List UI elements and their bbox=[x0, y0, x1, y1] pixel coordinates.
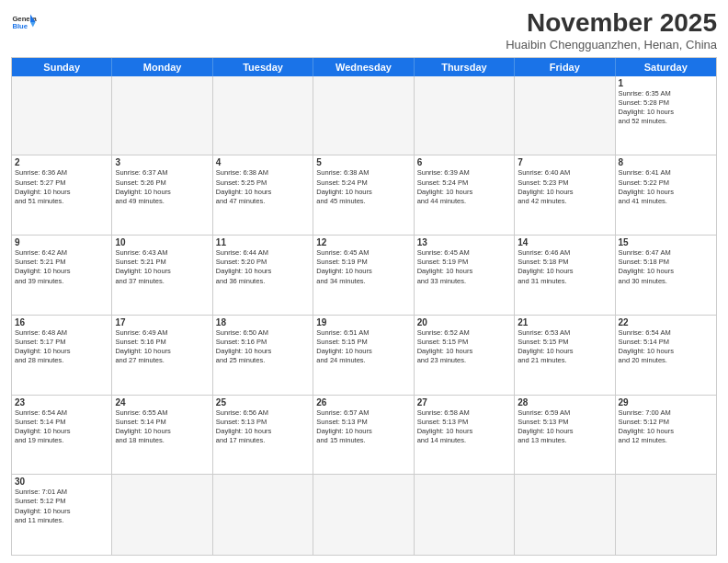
calendar-cell bbox=[313, 475, 414, 555]
calendar-cell: 28Sunrise: 6:59 AM Sunset: 5:13 PM Dayli… bbox=[515, 396, 615, 476]
calendar-cell bbox=[213, 76, 313, 156]
calendar-cell: 30Sunrise: 7:01 AM Sunset: 5:12 PM Dayli… bbox=[12, 475, 112, 555]
calendar-cell: 12Sunrise: 6:45 AM Sunset: 5:19 PM Dayli… bbox=[313, 236, 414, 316]
day-info: Sunrise: 7:00 AM Sunset: 5:12 PM Dayligh… bbox=[619, 408, 713, 446]
day-info: Sunrise: 6:37 AM Sunset: 5:26 PM Dayligh… bbox=[115, 168, 209, 206]
day-number: 26 bbox=[316, 397, 410, 408]
day-info: Sunrise: 6:54 AM Sunset: 5:14 PM Dayligh… bbox=[15, 408, 108, 446]
day-number: 29 bbox=[619, 397, 713, 408]
day-number: 6 bbox=[417, 157, 511, 167]
day-info: Sunrise: 6:53 AM Sunset: 5:15 PM Dayligh… bbox=[518, 328, 611, 366]
calendar-cell: 1Sunrise: 6:35 AM Sunset: 5:28 PM Daylig… bbox=[616, 76, 716, 156]
day-info: Sunrise: 6:36 AM Sunset: 5:27 PM Dayligh… bbox=[15, 168, 108, 206]
day-number: 28 bbox=[518, 397, 611, 408]
calendar-cell: 25Sunrise: 6:56 AM Sunset: 5:13 PM Dayli… bbox=[213, 396, 313, 476]
calendar-cell: 4Sunrise: 6:38 AM Sunset: 5:25 PM Daylig… bbox=[213, 155, 313, 236]
location: Huaibin Chengguanzhen, Henan, China bbox=[506, 38, 717, 52]
day-info: Sunrise: 6:50 AM Sunset: 5:16 PM Dayligh… bbox=[216, 328, 310, 366]
calendar-cell: 29Sunrise: 7:00 AM Sunset: 5:12 PM Dayli… bbox=[616, 396, 716, 476]
calendar-cell: 27Sunrise: 6:58 AM Sunset: 5:13 PM Dayli… bbox=[415, 396, 515, 476]
svg-text:Blue: Blue bbox=[12, 22, 28, 30]
calendar-cell bbox=[515, 76, 615, 156]
day-number: 4 bbox=[216, 157, 310, 167]
header: General Blue November 2025 Huaibin Cheng… bbox=[11, 9, 717, 52]
calendar-header: SundayMondayTuesdayWednesdayThursdayFrid… bbox=[12, 58, 716, 76]
calendar-cell: 6Sunrise: 6:39 AM Sunset: 5:24 PM Daylig… bbox=[415, 155, 515, 236]
day-info: Sunrise: 6:38 AM Sunset: 5:25 PM Dayligh… bbox=[216, 168, 310, 206]
day-of-week-header: Friday bbox=[515, 58, 615, 76]
calendar: SundayMondayTuesdayWednesdayThursdayFrid… bbox=[11, 57, 717, 556]
calendar-cell: 24Sunrise: 6:55 AM Sunset: 5:14 PM Dayli… bbox=[112, 396, 212, 476]
day-info: Sunrise: 6:43 AM Sunset: 5:21 PM Dayligh… bbox=[115, 248, 209, 286]
svg-marker-3 bbox=[30, 22, 36, 28]
day-number: 24 bbox=[115, 397, 209, 408]
day-number: 16 bbox=[15, 317, 108, 327]
day-number: 22 bbox=[619, 317, 713, 327]
calendar-cell bbox=[213, 475, 313, 555]
day-info: Sunrise: 6:45 AM Sunset: 5:19 PM Dayligh… bbox=[417, 248, 511, 286]
calendar-cell: 22Sunrise: 6:54 AM Sunset: 5:14 PM Dayli… bbox=[616, 316, 716, 396]
day-of-week-header: Saturday bbox=[616, 58, 716, 76]
title-area: November 2025 Huaibin Chengguanzhen, Hen… bbox=[506, 9, 717, 52]
day-number: 5 bbox=[316, 157, 410, 167]
day-of-week-header: Monday bbox=[112, 58, 212, 76]
page: General Blue November 2025 Huaibin Cheng… bbox=[0, 0, 728, 563]
day-info: Sunrise: 6:47 AM Sunset: 5:18 PM Dayligh… bbox=[619, 248, 713, 286]
day-number: 15 bbox=[619, 237, 713, 247]
day-info: Sunrise: 6:58 AM Sunset: 5:13 PM Dayligh… bbox=[417, 408, 511, 446]
day-info: Sunrise: 6:56 AM Sunset: 5:13 PM Dayligh… bbox=[216, 408, 310, 446]
calendar-cell bbox=[415, 76, 515, 156]
day-of-week-header: Wednesday bbox=[313, 58, 414, 76]
day-info: Sunrise: 6:38 AM Sunset: 5:24 PM Dayligh… bbox=[316, 168, 410, 206]
calendar-cell bbox=[515, 475, 615, 555]
calendar-cell bbox=[112, 475, 212, 555]
day-number: 8 bbox=[619, 157, 713, 167]
calendar-cell: 10Sunrise: 6:43 AM Sunset: 5:21 PM Dayli… bbox=[112, 236, 212, 316]
day-of-week-header: Thursday bbox=[415, 58, 515, 76]
day-number: 19 bbox=[316, 317, 410, 327]
calendar-cell: 26Sunrise: 6:57 AM Sunset: 5:13 PM Dayli… bbox=[313, 396, 414, 476]
day-info: Sunrise: 6:45 AM Sunset: 5:19 PM Dayligh… bbox=[316, 248, 410, 286]
calendar-cell: 5Sunrise: 6:38 AM Sunset: 5:24 PM Daylig… bbox=[313, 155, 414, 236]
day-info: Sunrise: 6:39 AM Sunset: 5:24 PM Dayligh… bbox=[417, 168, 511, 206]
day-number: 12 bbox=[316, 237, 410, 247]
calendar-cell bbox=[415, 475, 515, 555]
day-number: 7 bbox=[518, 157, 611, 167]
day-info: Sunrise: 6:59 AM Sunset: 5:13 PM Dayligh… bbox=[518, 408, 611, 446]
month-title: November 2025 bbox=[506, 9, 717, 38]
calendar-cell: 21Sunrise: 6:53 AM Sunset: 5:15 PM Dayli… bbox=[515, 316, 615, 396]
day-info: Sunrise: 6:35 AM Sunset: 5:28 PM Dayligh… bbox=[619, 89, 713, 127]
day-number: 27 bbox=[417, 397, 511, 408]
calendar-cell: 23Sunrise: 6:54 AM Sunset: 5:14 PM Dayli… bbox=[12, 396, 112, 476]
day-number: 11 bbox=[216, 237, 310, 247]
calendar-cell: 19Sunrise: 6:51 AM Sunset: 5:15 PM Dayli… bbox=[313, 316, 414, 396]
day-number: 2 bbox=[15, 157, 108, 167]
calendar-cell: 16Sunrise: 6:48 AM Sunset: 5:17 PM Dayli… bbox=[12, 316, 112, 396]
day-number: 21 bbox=[518, 317, 611, 327]
calendar-cell: 17Sunrise: 6:49 AM Sunset: 5:16 PM Dayli… bbox=[112, 316, 212, 396]
calendar-cell: 11Sunrise: 6:44 AM Sunset: 5:20 PM Dayli… bbox=[213, 236, 313, 316]
calendar-cell bbox=[313, 76, 414, 156]
day-info: Sunrise: 6:46 AM Sunset: 5:18 PM Dayligh… bbox=[518, 248, 611, 286]
calendar-cell: 3Sunrise: 6:37 AM Sunset: 5:26 PM Daylig… bbox=[112, 155, 212, 236]
day-number: 13 bbox=[417, 237, 511, 247]
day-info: Sunrise: 6:57 AM Sunset: 5:13 PM Dayligh… bbox=[316, 408, 410, 446]
day-number: 18 bbox=[216, 317, 310, 327]
day-number: 20 bbox=[417, 317, 511, 327]
day-number: 17 bbox=[115, 317, 209, 327]
day-number: 10 bbox=[115, 237, 209, 247]
day-info: Sunrise: 6:51 AM Sunset: 5:15 PM Dayligh… bbox=[316, 328, 410, 366]
calendar-cell: 9Sunrise: 6:42 AM Sunset: 5:21 PM Daylig… bbox=[12, 236, 112, 316]
calendar-cell: 2Sunrise: 6:36 AM Sunset: 5:27 PM Daylig… bbox=[12, 155, 112, 236]
day-info: Sunrise: 6:49 AM Sunset: 5:16 PM Dayligh… bbox=[115, 328, 209, 366]
calendar-cell: 15Sunrise: 6:47 AM Sunset: 5:18 PM Dayli… bbox=[616, 236, 716, 316]
calendar-cell: 14Sunrise: 6:46 AM Sunset: 5:18 PM Dayli… bbox=[515, 236, 615, 316]
day-number: 25 bbox=[216, 397, 310, 408]
logo: General Blue bbox=[11, 9, 37, 35]
day-info: Sunrise: 6:55 AM Sunset: 5:14 PM Dayligh… bbox=[115, 408, 209, 446]
day-number: 3 bbox=[115, 157, 209, 167]
day-number: 1 bbox=[619, 78, 713, 88]
calendar-cell bbox=[12, 76, 112, 156]
calendar-cell: 8Sunrise: 6:41 AM Sunset: 5:22 PM Daylig… bbox=[616, 155, 716, 236]
day-number: 14 bbox=[518, 237, 611, 247]
